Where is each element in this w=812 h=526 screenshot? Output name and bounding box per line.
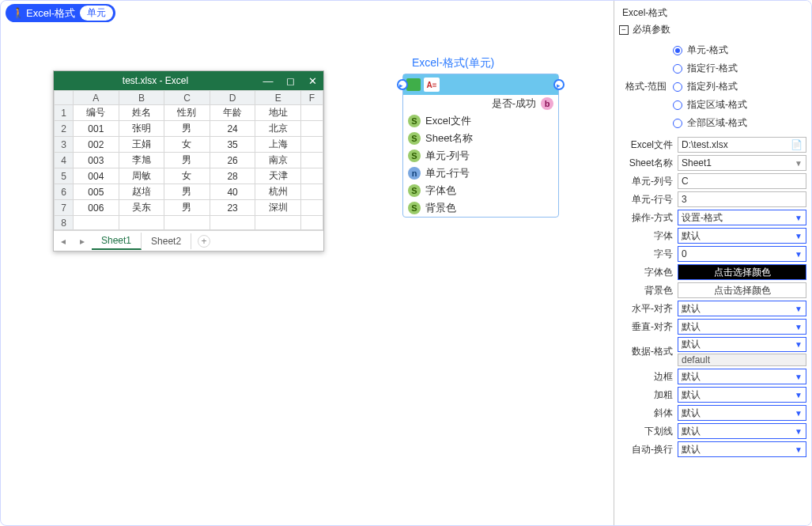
collapse-icon[interactable]: − — [619, 25, 629, 35]
cell[interactable]: 006 — [74, 200, 119, 216]
cell[interactable] — [119, 216, 164, 230]
output-port-icon[interactable] — [553, 79, 565, 90]
cell[interactable]: 005 — [74, 184, 119, 200]
color-picker-button[interactable]: 点击选择颜色 — [678, 282, 806, 298]
document-icon[interactable]: 📄 — [791, 139, 803, 150]
col-header[interactable]: D — [210, 91, 255, 105]
row-header[interactable]: 8 — [55, 216, 74, 230]
select-input[interactable]: 0▼ — [678, 246, 806, 262]
row-header[interactable]: 5 — [55, 168, 74, 184]
cell[interactable]: 吴东 — [119, 200, 164, 216]
cell[interactable]: 女 — [164, 168, 210, 184]
cell[interactable]: 姓名 — [119, 105, 164, 121]
cell[interactable] — [301, 121, 323, 137]
cell[interactable] — [301, 200, 323, 216]
select-input[interactable]: 默认▼ — [678, 369, 806, 384]
add-sheet-icon[interactable]: + — [198, 235, 210, 248]
cell[interactable]: 北京 — [255, 121, 301, 137]
text-input[interactable]: 3 — [678, 191, 806, 207]
cell[interactable]: 地址 — [255, 105, 301, 121]
sheet-prev-icon[interactable]: ◂ — [54, 236, 73, 247]
file-input[interactable]: D:\test.xlsx📄 — [678, 137, 806, 153]
cell[interactable]: 编号 — [74, 105, 119, 121]
corner-cell[interactable] — [55, 91, 74, 105]
cell[interactable]: 23 — [210, 200, 255, 216]
cell[interactable] — [301, 216, 323, 230]
cell[interactable]: 40 — [210, 184, 255, 200]
cell[interactable]: 李旭 — [119, 153, 164, 168]
cell[interactable]: 24 — [210, 121, 255, 137]
cell[interactable]: 女 — [164, 137, 210, 153]
maximize-icon[interactable]: ◻ — [279, 75, 301, 87]
cell[interactable]: 男 — [164, 200, 210, 216]
input-port-icon[interactable] — [397, 79, 408, 90]
row-header[interactable]: 7 — [55, 200, 74, 216]
text-input[interactable]: C — [678, 173, 806, 189]
cell[interactable]: 天津 — [255, 168, 301, 184]
col-header[interactable]: F — [301, 91, 323, 105]
cell[interactable] — [301, 168, 323, 184]
select-input[interactable]: 默认▼ — [678, 387, 806, 403]
radio-option[interactable]: 全部区域-格式 — [673, 116, 747, 130]
row-header[interactable]: 3 — [55, 137, 74, 153]
cell[interactable]: 周敏 — [119, 168, 164, 184]
sheet-next-icon[interactable]: ▸ — [73, 236, 92, 247]
cell[interactable]: 26 — [210, 153, 255, 168]
cell[interactable]: 上海 — [255, 137, 301, 153]
cell[interactable] — [301, 153, 323, 168]
select-input[interactable]: 设置-格式▼ — [678, 210, 806, 225]
select-input[interactable]: 默认▼ — [678, 319, 806, 335]
cell[interactable]: 张明 — [119, 121, 164, 137]
minimize-icon[interactable]: — — [257, 75, 279, 87]
cell[interactable]: 深圳 — [255, 200, 301, 216]
radio-option[interactable]: 指定列-格式 — [673, 80, 747, 93]
cell[interactable]: 003 — [74, 153, 119, 168]
row-header[interactable]: 1 — [55, 105, 74, 121]
cell[interactable]: 杭州 — [255, 184, 301, 200]
row-header[interactable]: 4 — [55, 153, 74, 168]
select-input[interactable]: 默认▼ — [678, 423, 806, 439]
select-input[interactable]: 默认▼ — [678, 301, 806, 316]
cell[interactable]: 002 — [74, 137, 119, 153]
select-input[interactable]: 默认▼ — [678, 405, 806, 421]
row-header[interactable]: 6 — [55, 184, 74, 200]
section-required[interactable]: − 必填参数 — [619, 23, 806, 36]
col-header[interactable]: A — [74, 91, 119, 105]
sheet-tab[interactable]: Sheet2 — [142, 233, 191, 249]
cell[interactable]: 男 — [164, 184, 210, 200]
row-header[interactable]: 2 — [55, 121, 74, 137]
cell[interactable]: 35 — [210, 137, 255, 153]
cell[interactable] — [301, 184, 323, 200]
radio-option[interactable]: 指定行-格式 — [673, 62, 747, 75]
select-input[interactable]: 默认▼ — [678, 228, 806, 244]
cell[interactable]: 南京 — [255, 153, 301, 168]
cell[interactable]: 赵培 — [119, 184, 164, 200]
sheet-tab[interactable]: Sheet1 — [92, 233, 142, 250]
col-header[interactable]: E — [255, 91, 301, 105]
cell[interactable] — [301, 105, 323, 121]
color-picker-button[interactable]: 点击选择颜色 — [678, 264, 806, 280]
cell[interactable] — [255, 216, 301, 230]
col-header[interactable]: C — [164, 91, 210, 105]
close-icon[interactable]: ✕ — [301, 75, 323, 87]
cell[interactable]: 男 — [164, 153, 210, 168]
breadcrumb-tag[interactable]: 🚶 Excel-格式 单元 — [6, 4, 115, 22]
cell[interactable]: 王娟 — [119, 137, 164, 153]
node-header[interactable]: A≡ — [403, 74, 558, 95]
cell[interactable]: 性别 — [164, 105, 210, 121]
cell[interactable] — [74, 216, 119, 230]
select-input[interactable]: 默认▼ — [678, 441, 806, 457]
flow-node[interactable]: A≡ 是否-成功 b SExcel文件 SSheet名称 S单元-列号 n单元-… — [402, 74, 559, 218]
col-header[interactable]: B — [119, 91, 164, 105]
select-input[interactable]: 默认▼ — [678, 337, 806, 352]
cell[interactable]: 28 — [210, 168, 255, 184]
cell[interactable] — [210, 216, 255, 230]
radio-option[interactable]: 单元-格式 — [673, 44, 747, 57]
cell[interactable]: 004 — [74, 168, 119, 184]
sheet-select[interactable]: Sheet1▼ — [678, 155, 806, 171]
cell[interactable]: 001 — [74, 121, 119, 137]
cell[interactable] — [164, 216, 210, 230]
cell[interactable]: 男 — [164, 121, 210, 137]
radio-option[interactable]: 指定区域-格式 — [673, 98, 747, 112]
cell[interactable]: 年龄 — [210, 105, 255, 121]
